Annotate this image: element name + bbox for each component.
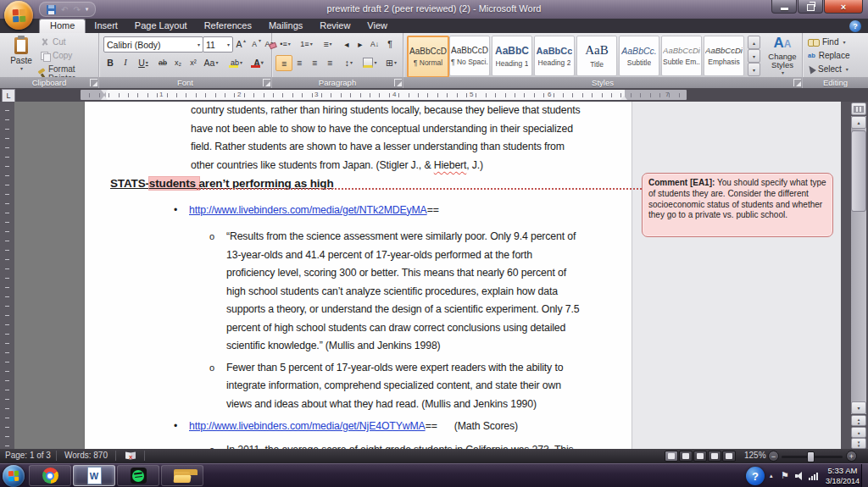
tray-help-icon[interactable]: ? — [746, 467, 765, 485]
close-button[interactable]: × — [824, 0, 863, 14]
tab-mailings[interactable]: Mailings — [260, 19, 311, 33]
style-no-spacing[interactable]: AaBbCcDc ¶ No Spaci... — [449, 36, 490, 76]
hyperlink[interactable]: http://www.livebinders.com/media/get/NTk… — [189, 204, 427, 216]
italic-button[interactable]: I — [118, 55, 133, 69]
minimize-button[interactable] — [771, 0, 797, 14]
paste-button[interactable]: Paste ▾ — [7, 36, 36, 83]
styles-scroll-down-button[interactable]: ▾ — [748, 49, 760, 63]
page-indicator[interactable]: Page: 1 of 3 — [5, 451, 51, 460]
zoom-level[interactable]: 125% — [744, 451, 766, 460]
style-emphasis[interactable]: AaBbCcDi Emphasis — [704, 36, 744, 76]
previous-page-button[interactable]: ▴▴ — [851, 415, 866, 426]
hyperlink[interactable]: http://www.livebinders.com/media/get/NjE… — [189, 420, 426, 432]
increase-indent-button[interactable]: ▸ — [353, 36, 368, 51]
horizontal-ruler[interactable]: 1 2 3 4 5 6 7 — [81, 90, 687, 100]
scroll-up-button[interactable]: ▴ — [851, 116, 866, 129]
print-layout-view-button[interactable] — [665, 451, 678, 462]
numbering-button[interactable]: 1≡ ▾ — [297, 36, 316, 51]
right-margin-marker-icon[interactable] — [620, 92, 627, 100]
view-ruler-toggle-button[interactable] — [851, 102, 866, 115]
style-subtle-emphasis[interactable]: AaBbCcDi Subtle Em... — [661, 36, 702, 76]
help-button[interactable]: ? — [849, 20, 861, 32]
font-dialog-launcher-icon[interactable] — [263, 79, 270, 86]
tab-view[interactable]: View — [359, 19, 396, 33]
redo-icon[interactable]: ↷ — [73, 5, 80, 14]
font-color-button[interactable]: A ▾ — [248, 55, 269, 69]
change-case-button[interactable]: Aa ▾ — [201, 55, 221, 69]
multilevel-list-button[interactable]: ≡ ▾ — [318, 36, 337, 51]
paragraph-dialog-launcher-icon[interactable] — [394, 79, 402, 86]
style-heading2[interactable]: AaBbCc Heading 2 — [534, 36, 575, 76]
find-button[interactable]: Find ▾ — [808, 37, 845, 47]
action-center-flag-icon[interactable]: ⚑ — [781, 470, 789, 481]
bullets-button[interactable]: •≡ ▾ — [275, 36, 295, 51]
web-layout-view-button[interactable] — [693, 451, 707, 462]
sort-button[interactable]: A↓ — [367, 36, 382, 51]
word-count[interactable]: Words: 870 — [64, 451, 108, 460]
cut-button[interactable]: Cut — [41, 37, 66, 47]
taskbar-spotify-button[interactable] — [117, 465, 159, 486]
taskbar-word-button[interactable]: W — [73, 465, 115, 486]
scroll-down-button[interactable]: ▾ — [851, 401, 866, 414]
tab-review[interactable]: Review — [311, 19, 359, 33]
tab-page-layout[interactable]: Page Layout — [126, 19, 196, 33]
copy-button[interactable]: Copy — [41, 51, 72, 60]
undo-icon[interactable]: ↶ — [61, 5, 68, 14]
line-spacing-button[interactable]: ↕ ▾ — [339, 55, 359, 69]
subscript-button[interactable]: x₂ — [170, 55, 186, 69]
justify-button[interactable]: ≡ — [322, 55, 337, 69]
borders-button[interactable]: ⊞ ▾ — [381, 55, 401, 69]
tab-insert[interactable]: Insert — [86, 19, 126, 33]
style-title[interactable]: AaB Title — [576, 36, 617, 76]
tab-stop-selector[interactable]: L — [2, 89, 15, 102]
network-signal-icon[interactable] — [809, 472, 818, 480]
zoom-in-button[interactable]: + — [846, 451, 857, 462]
full-screen-reading-view-button[interactable] — [679, 451, 693, 462]
zoom-slider-thumb[interactable] — [807, 451, 815, 462]
restore-button[interactable] — [798, 0, 823, 14]
select-button[interactable]: Select ▾ — [808, 64, 849, 74]
font-name-combobox[interactable]: Calibri (Body) ▾ — [103, 36, 203, 53]
vertical-ruler[interactable] — [0, 102, 14, 449]
font-size-combobox[interactable]: 11 ▾ — [203, 36, 233, 53]
zoom-out-button[interactable]: − — [768, 451, 779, 462]
align-center-button[interactable]: ≡ — [292, 55, 307, 69]
taskbar-clock[interactable]: 5:33 AM 3/18/2014 — [822, 466, 863, 486]
style-heading1[interactable]: AaBbC Heading 1 — [492, 36, 532, 76]
save-icon[interactable] — [47, 5, 56, 14]
strikethrough-button[interactable]: ab — [155, 55, 170, 69]
office-button[interactable] — [4, 1, 33, 30]
replace-button[interactable]: ab Replace — [808, 51, 849, 60]
align-left-button[interactable]: ≡ — [275, 55, 292, 71]
shading-button[interactable]: ▾ — [360, 55, 380, 69]
style-normal[interactable]: AaBbCcDc ¶ Normal — [407, 36, 449, 78]
grow-font-button[interactable]: A ▴ — [231, 36, 247, 51]
show-desktop-button[interactable] — [861, 464, 868, 487]
tab-references[interactable]: References — [196, 19, 260, 33]
comment-anchor-highlight[interactable]: students — [149, 177, 199, 190]
comment-bubble[interactable]: Comment [EA1]: You should specify what t… — [642, 173, 833, 237]
underline-button[interactable]: U ▾ — [133, 55, 153, 69]
qat-customize-caret-icon[interactable]: ▾ — [86, 6, 89, 13]
clipboard-dialog-launcher-icon[interactable] — [90, 79, 97, 86]
vertical-scrollbar-thumb[interactable] — [851, 130, 866, 212]
next-page-button[interactable]: ▾▾ — [851, 438, 866, 449]
proofing-status-icon[interactable]: x — [125, 451, 136, 461]
styles-scroll-up-button[interactable]: ▴ — [748, 36, 760, 49]
styles-dialog-launcher-icon[interactable] — [793, 79, 801, 86]
show-hidden-icons-button[interactable]: ▴ — [770, 473, 773, 479]
style-subtitle[interactable]: AaBbCc. Subtitle — [619, 36, 659, 76]
align-right-button[interactable]: ≡ — [307, 55, 322, 69]
bold-button[interactable]: B — [103, 55, 118, 69]
taskbar-explorer-button[interactable] — [161, 465, 203, 486]
superscript-button[interactable]: x² — [186, 55, 201, 69]
show-paragraph-marks-button[interactable]: ¶ — [382, 36, 398, 51]
start-button[interactable] — [3, 465, 25, 487]
select-browse-object-button[interactable]: ● — [851, 427, 866, 438]
outline-view-button[interactable] — [708, 451, 721, 462]
text-highlight-button[interactable]: ab ▾ — [226, 55, 247, 69]
shrink-font-button[interactable]: A ▾ — [247, 36, 262, 51]
taskbar-chrome-button[interactable] — [29, 465, 71, 486]
indent-marker-icon[interactable] — [101, 90, 108, 100]
styles-more-button[interactable]: ▾ — [748, 63, 760, 76]
